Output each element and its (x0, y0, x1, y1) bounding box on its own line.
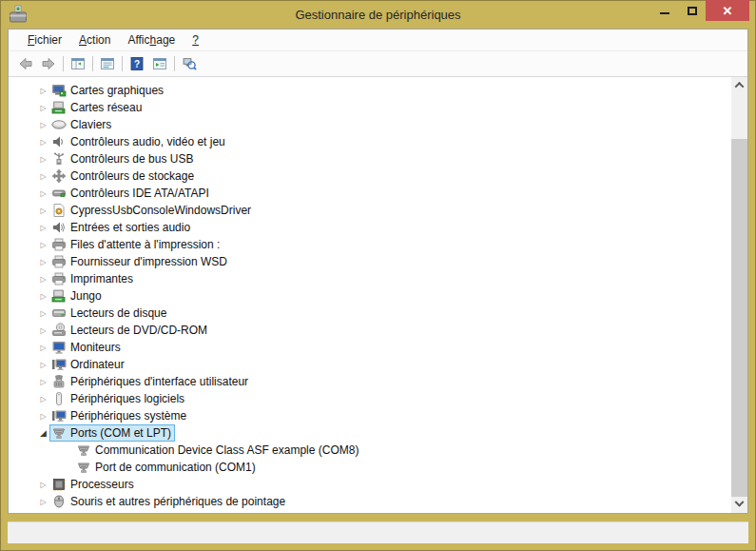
back-button[interactable] (14, 53, 37, 74)
scrollbar-thumb[interactable] (731, 139, 747, 508)
tree-item[interactable]: ▷Périphériques d'interface utilisateur (9, 373, 731, 390)
expander-icon[interactable]: ◢ (37, 428, 49, 438)
tree-item-body[interactable]: Souris et autres périphériques de pointa… (49, 493, 289, 510)
minimize-button[interactable] (650, 0, 678, 21)
tree-item[interactable]: Port de communication (COM1) (9, 459, 731, 476)
tree-item-body[interactable]: Jungo (49, 287, 106, 305)
tree-item[interactable]: ▷Entrées et sorties audio (9, 219, 731, 236)
expander-icon[interactable]: ▷ (37, 155, 49, 164)
tree-item-body[interactable]: Lecteurs de disque (49, 305, 170, 322)
menu-action[interactable]: Action (70, 30, 119, 49)
tree-item-body[interactable]: Entrées et sorties audio (49, 219, 194, 236)
tree-item-body[interactable]: Fournisseur d'impression WSD (49, 253, 231, 270)
show-console-tree-button[interactable] (67, 53, 89, 74)
expander-icon[interactable]: ▷ (37, 121, 49, 129)
tree-item[interactable]: ▷Imprimantes (9, 270, 731, 287)
tree-item[interactable]: ▷Claviers (9, 116, 731, 133)
expander-icon[interactable]: ▷ (37, 104, 49, 112)
expander-icon[interactable]: ▷ (37, 189, 49, 198)
tree-item-body[interactable]: Lecteurs de DVD/CD-ROM (49, 322, 211, 339)
tree-item-label: Claviers (70, 118, 111, 131)
expander-icon[interactable]: ▷ (37, 224, 49, 232)
tree-item-body[interactable]: Périphériques logiciels (49, 390, 188, 407)
tree-item[interactable]: ▷Lecteurs de DVD/CD-ROM (9, 322, 731, 339)
tree-item[interactable]: ▷Périphériques système (9, 407, 731, 424)
tree-item-body[interactable]: Ordinateur (49, 356, 128, 373)
menu-aide[interactable]: ? (184, 30, 207, 49)
tree-item-body[interactable]: Communication Device Class ASF example (… (74, 442, 362, 459)
expander-icon[interactable]: ▷ (37, 138, 49, 147)
expander-icon[interactable]: ▷ (37, 292, 49, 301)
expander-icon[interactable]: ▷ (37, 241, 49, 249)
toolbar-separator (63, 56, 64, 71)
tree-item-body[interactable]: Cartes graphiques (49, 82, 167, 99)
expander-icon[interactable]: ▷ (37, 207, 49, 215)
tree-item-label: Files d'attente à l'impression : (70, 238, 220, 251)
tree-item[interactable]: ▷Contrôleurs de stockage (9, 167, 731, 185)
tree-item[interactable]: ▷Files d'attente à l'impression : (9, 236, 731, 253)
tree-item[interactable]: ◢Ports (COM et LPT) (9, 424, 731, 442)
tree-item-body[interactable]: Contrôleurs IDE ATA/ATAPI (49, 185, 213, 202)
tree-item-body[interactable]: Port de communication (COM1) (74, 459, 260, 476)
tree-item[interactable]: ▷Moniteurs (9, 339, 731, 356)
tree-item-body[interactable]: Contrôleurs de bus USB (49, 150, 197, 167)
tree-item[interactable]: ▷Lecteurs de disque (9, 305, 731, 322)
expander-icon[interactable]: ▷ (37, 481, 49, 489)
tree-item-body[interactable]: Contrôleurs de stockage (49, 167, 198, 185)
menu-fichier[interactable]: Fichier (19, 30, 70, 49)
properties-button[interactable] (96, 53, 119, 74)
tree-item[interactable]: ▷Cartes graphiques (9, 82, 731, 99)
tree-item[interactable]: Communication Device Class ASF example (… (9, 442, 731, 459)
tree-item[interactable]: ▷Processeurs (9, 476, 731, 493)
menu-affichage[interactable]: Affichage (119, 30, 184, 49)
vertical-scrollbar[interactable] (731, 77, 747, 513)
tree-item-label: Souris et autres périphériques de pointa… (70, 495, 285, 508)
tree-item-label: Lecteurs de disque (70, 306, 166, 320)
tree-item[interactable]: ▷CypressUsbConsoleWindowsDriver (9, 202, 731, 219)
expander-icon[interactable]: ▷ (37, 361, 49, 369)
tree-item-body[interactable]: Processeurs (49, 476, 138, 493)
maximize-button[interactable] (678, 0, 706, 21)
expander-icon[interactable]: ▷ (37, 258, 49, 266)
driver-file-icon (51, 203, 67, 218)
scroll-down-button[interactable] (731, 497, 747, 513)
serial-port-icon (76, 460, 91, 475)
tree-item[interactable]: ▷Ordinateur (9, 356, 731, 373)
tree-item-body[interactable]: Imprimantes (49, 270, 137, 287)
tree-item-body[interactable]: Périphériques d'interface utilisateur (49, 373, 252, 390)
tree-item-body[interactable]: Files d'attente à l'impression : (49, 236, 223, 253)
maximize-icon (688, 7, 697, 15)
expander-icon[interactable]: ▷ (37, 87, 49, 95)
tree-item[interactable]: ▷Souris et autres périphériques de point… (9, 493, 731, 510)
tree-item[interactable]: ▷Contrôleurs audio, vidéo et jeu (9, 133, 731, 150)
selected-tree-item[interactable]: Ports (COM et LPT) (49, 424, 175, 442)
tree-item[interactable]: ▷Cartes réseau (9, 99, 731, 116)
system-device-icon (51, 408, 67, 423)
expander-icon[interactable]: ▷ (37, 326, 49, 335)
tree-item-body[interactable]: Claviers (49, 116, 115, 133)
forward-button[interactable] (37, 53, 60, 74)
expander-icon[interactable]: ▷ (37, 309, 49, 318)
expander-icon[interactable]: ▷ (37, 378, 49, 386)
expander-icon[interactable]: ▷ (37, 412, 49, 421)
tree-item-body[interactable]: CypressUsbConsoleWindowsDriver (49, 202, 255, 219)
tree-item-body[interactable]: Périphériques système (49, 407, 190, 424)
help-button[interactable] (126, 53, 148, 74)
expander-icon[interactable]: ▷ (37, 275, 49, 284)
tree-item[interactable]: ▷Fournisseur d'impression WSD (9, 253, 731, 270)
expander-icon[interactable]: ▷ (37, 395, 49, 403)
action-pane-button[interactable] (148, 53, 171, 74)
expander-icon[interactable]: ▷ (37, 498, 49, 506)
tree-item[interactable]: ▷Contrôleurs de bus USB (9, 150, 731, 167)
scroll-up-button[interactable] (731, 77, 747, 93)
expander-icon[interactable]: ▷ (37, 344, 49, 352)
tree-item[interactable]: ▷Périphériques logiciels (9, 390, 731, 407)
tree-item-body[interactable]: Cartes réseau (49, 99, 145, 116)
tree-item-body[interactable]: Contrôleurs audio, vidéo et jeu (49, 133, 229, 150)
tree-item-body[interactable]: Moniteurs (49, 339, 125, 356)
close-button[interactable]: ✕ (706, 0, 749, 21)
expander-icon[interactable]: ▷ (37, 172, 49, 181)
tree-item[interactable]: ▷Jungo (9, 287, 731, 305)
scan-hardware-changes-button[interactable] (178, 53, 201, 74)
tree-item[interactable]: ▷Contrôleurs IDE ATA/ATAPI (9, 185, 731, 202)
